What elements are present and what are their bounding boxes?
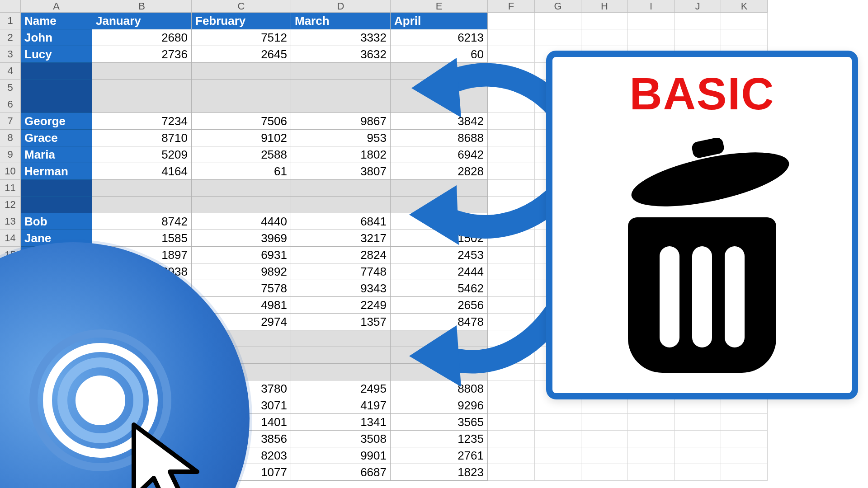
select-all-corner[interactable] [0, 0, 21, 13]
name-cell[interactable] [21, 96, 92, 113]
data-cell[interactable]: 3217 [291, 230, 391, 247]
data-cell[interactable]: 1502 [391, 230, 488, 247]
empty-grid-cell[interactable] [628, 447, 675, 464]
empty-cell[interactable] [192, 63, 291, 80]
empty-grid-cell[interactable] [628, 431, 675, 447]
empty-grid-cell[interactable] [488, 63, 535, 80]
empty-grid-cell[interactable] [581, 13, 628, 29]
data-cell[interactable]: 2736 [92, 46, 192, 63]
empty-grid-cell[interactable] [721, 464, 768, 481]
empty-grid-cell[interactable] [488, 330, 535, 347]
row-header[interactable]: 2 [0, 29, 21, 46]
empty-cell[interactable] [291, 347, 391, 364]
empty-grid-cell[interactable] [721, 29, 768, 46]
data-cell[interactable]: 7748 [291, 263, 391, 280]
empty-grid-cell[interactable] [488, 280, 535, 297]
header-cell[interactable]: March [291, 13, 391, 29]
empty-grid-cell[interactable] [721, 13, 768, 29]
data-cell[interactable]: 8808 [391, 380, 488, 397]
empty-cell[interactable] [92, 180, 192, 197]
column-header-C[interactable]: C [192, 0, 291, 13]
empty-cell[interactable] [391, 330, 488, 347]
data-cell[interactable]: 3842 [391, 113, 488, 130]
empty-grid-cell[interactable] [675, 414, 721, 431]
empty-grid-cell[interactable] [488, 80, 535, 96]
data-cell[interactable]: 3632 [291, 46, 391, 63]
column-header-K[interactable]: K [721, 0, 768, 13]
empty-grid-cell[interactable] [488, 113, 535, 130]
data-cell[interactable]: 4440 [192, 213, 291, 230]
name-cell[interactable]: John [21, 29, 92, 46]
empty-grid-cell[interactable] [535, 414, 581, 431]
empty-grid-cell[interactable] [488, 347, 535, 364]
empty-grid-cell[interactable] [581, 29, 628, 46]
row-header[interactable]: 11 [0, 180, 21, 197]
header-cell[interactable]: January [92, 13, 192, 29]
column-header-F[interactable]: F [488, 0, 535, 13]
empty-grid-cell[interactable] [628, 414, 675, 431]
name-cell[interactable]: Lucy [21, 46, 92, 63]
header-cell-name[interactable]: Name [21, 13, 92, 29]
name-cell[interactable]: Maria [21, 146, 92, 163]
empty-grid-cell[interactable] [535, 464, 581, 481]
empty-grid-cell[interactable] [581, 397, 628, 414]
data-cell[interactable]: 2444 [391, 263, 488, 280]
column-header-B[interactable]: B [92, 0, 192, 13]
data-cell[interactable]: 9102 [192, 130, 291, 146]
data-cell[interactable]: 1235 [391, 431, 488, 447]
data-cell[interactable]: 60 [391, 46, 488, 63]
empty-cell[interactable] [192, 180, 291, 197]
row-header[interactable]: 10 [0, 163, 21, 180]
name-cell[interactable] [21, 63, 92, 80]
empty-cell[interactable] [92, 96, 192, 113]
data-cell[interactable]: 7234 [92, 113, 192, 130]
data-cell[interactable]: 2680 [92, 29, 192, 46]
data-cell[interactable]: 6687 [291, 464, 391, 481]
empty-grid-cell[interactable] [488, 13, 535, 29]
empty-cell[interactable] [291, 96, 391, 113]
data-cell[interactable]: 9296 [391, 397, 488, 414]
name-cell[interactable]: Grace [21, 130, 92, 146]
data-cell[interactable]: 6213 [391, 29, 488, 46]
empty-grid-cell[interactable] [535, 397, 581, 414]
row-header[interactable]: 3 [0, 46, 21, 63]
data-cell[interactable]: 8688 [391, 130, 488, 146]
empty-grid-cell[interactable] [488, 431, 535, 447]
empty-grid-cell[interactable] [488, 464, 535, 481]
name-cell[interactable]: George [21, 113, 92, 130]
data-cell[interactable]: 1823 [391, 464, 488, 481]
empty-grid-cell[interactable] [581, 464, 628, 481]
data-cell[interactable]: 5209 [92, 146, 192, 163]
data-cell[interactable]: 2495 [291, 380, 391, 397]
row-header[interactable]: 5 [0, 80, 21, 96]
empty-grid-cell[interactable] [675, 464, 721, 481]
empty-grid-cell[interactable] [488, 314, 535, 330]
column-header-I[interactable]: I [628, 0, 675, 13]
data-cell[interactable]: 8742 [92, 213, 192, 230]
empty-grid-cell[interactable] [535, 29, 581, 46]
empty-grid-cell[interactable] [581, 431, 628, 447]
data-cell[interactable]: 2249 [291, 297, 391, 314]
data-cell[interactable]: 2453 [391, 247, 488, 263]
header-cell[interactable]: February [192, 13, 291, 29]
row-header[interactable]: 14 [0, 230, 21, 247]
empty-grid-cell[interactable] [721, 431, 768, 447]
data-cell[interactable]: 2761 [391, 447, 488, 464]
empty-cell[interactable] [391, 80, 488, 96]
row-header[interactable]: 12 [0, 197, 21, 213]
name-cell[interactable] [21, 197, 92, 213]
row-header[interactable]: 7 [0, 113, 21, 130]
empty-grid-cell[interactable] [488, 447, 535, 464]
empty-cell[interactable] [391, 197, 488, 213]
empty-grid-cell[interactable] [488, 397, 535, 414]
data-cell[interactable]: 1149 [391, 213, 488, 230]
data-cell[interactable]: 2656 [391, 297, 488, 314]
data-cell[interactable]: 7506 [192, 113, 291, 130]
row-header[interactable]: 13 [0, 213, 21, 230]
data-cell[interactable]: 3969 [192, 230, 291, 247]
data-cell[interactable]: 2588 [192, 146, 291, 163]
name-cell[interactable] [21, 180, 92, 197]
data-cell[interactable]: 3807 [291, 163, 391, 180]
data-cell[interactable]: 6841 [291, 213, 391, 230]
data-cell[interactable]: 953 [291, 130, 391, 146]
